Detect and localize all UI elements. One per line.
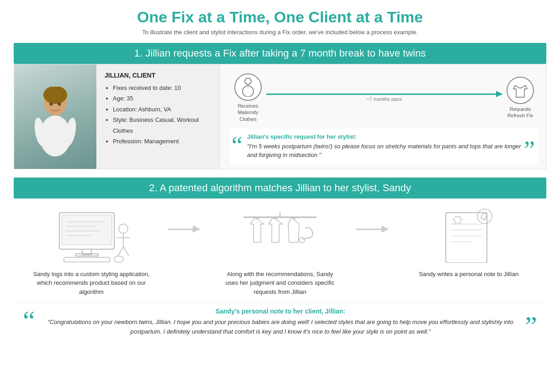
subtitle: To illustrate the client and stylist int… [14,29,546,36]
page-container: One Fix at a Time, One Client at a Time … [0,0,560,352]
quote-text: "I'm 5 weeks postpartum (twins!) so plea… [247,142,521,160]
process-arrow-1 [168,206,204,230]
process-step-3: Sandy writes a personal note to Jillian [400,206,537,279]
sandy-quote-mark-right: ” [525,315,537,337]
svg-line-25 [123,247,129,256]
section1-header: 1. Jillian requests a Fix after taking a… [14,43,546,64]
jillian-quote-block: “ Jillian's specific request for her sty… [230,129,539,164]
timeline-label-2: Requests Refresh Fix [502,106,539,119]
svg-line-24 [118,247,123,256]
process-caption-2: Along with the recommendations, Sandy us… [221,270,339,297]
client-detail-item: Age: 35 [113,93,211,104]
client-name: JILLIAN, CLIENT [105,72,211,79]
svg-rect-12 [62,215,112,245]
quote-mark-left: “ [232,136,243,156]
client-detail-item: Fixes received to date: 10 [113,83,211,93]
quote-mark-right: ” [524,140,535,160]
sandy-quote-text: "Congratulations on your newborn twins, … [40,318,522,337]
process-icon-3 [418,206,519,265]
process-icon-2 [230,206,330,265]
timeline-label-1: Receives Maternity Clothes [230,103,266,122]
svg-point-20 [114,256,123,262]
timeline-circle-2 [507,77,534,104]
timeline-step-2: Requests Refresh Fix [502,77,539,119]
sandy-quote-inner: Sandy's personal note to her client, Jil… [40,308,522,337]
section2-header: 2. A patented algorithm matches Jillian … [14,178,546,199]
section1-content: JILLIAN, CLIENT Fixes received to date: … [14,64,546,169]
process-arrow-line-2 [356,229,388,230]
svg-point-34 [477,209,492,224]
svg-point-7 [58,102,61,105]
svg-line-35 [481,218,485,220]
timeline-circle-1 [234,73,262,101]
quote-author: Jillian's specific request for her styli… [247,133,521,140]
process-arrow-line-1 [168,229,200,230]
section1-right: Receives Maternity Clothes ~7 months pas… [220,64,546,169]
process-arrow-2 [356,206,393,230]
client-photo [14,64,96,169]
client-detail-item: Location: Ashburn, VA [113,104,211,115]
process-steps: Sandy logs into a custom styling applica… [23,206,537,297]
process-step-1: Sandy logs into a custom styling applica… [23,206,160,297]
section2-content: Sandy logs into a custom styling applica… [14,199,546,297]
main-title: One Fix at a Time, One Client at a Time [14,8,546,26]
timeline-row: Receives Maternity Clothes ~7 months pas… [230,73,539,122]
svg-point-9 [243,86,254,97]
sandy-quote-author: Sandy's personal note to her client, Jil… [40,308,522,315]
svg-point-1 [43,87,67,104]
process-caption-1: Sandy logs into a custom styling applica… [32,270,151,297]
client-info: JILLIAN, CLIENT Fixes received to date: … [96,64,220,169]
svg-point-6 [49,102,53,105]
svg-point-28 [299,237,305,243]
svg-point-21 [119,224,128,233]
svg-rect-29 [446,213,487,263]
quote-text-block: Jillian's specific request for her styli… [247,133,521,160]
arrow-line-1 [266,94,502,95]
sandy-quote-section: “ Sandy's personal note to her client, J… [14,303,546,343]
client-details-list: Fixes received to date: 10 Age: 35 Locat… [105,83,211,146]
svg-point-8 [245,78,251,84]
arrow-label-1: ~7 months pass [366,96,402,102]
timeline-step-1: Receives Maternity Clothes [230,73,266,122]
process-step-2: Along with the recommendations, Sandy us… [211,206,349,297]
client-detail-item: Profession: Management [113,136,211,146]
process-icon-1 [41,206,142,265]
svg-rect-19 [64,257,110,262]
timeline-arrow-1: ~7 months pass [266,94,502,102]
client-detail-item: Style: Business Casual, Workout Clothes [113,115,211,136]
sandy-quote-mark-left: “ [23,309,35,331]
process-caption-3: Sandy writes a personal note to Jillian [419,270,518,279]
